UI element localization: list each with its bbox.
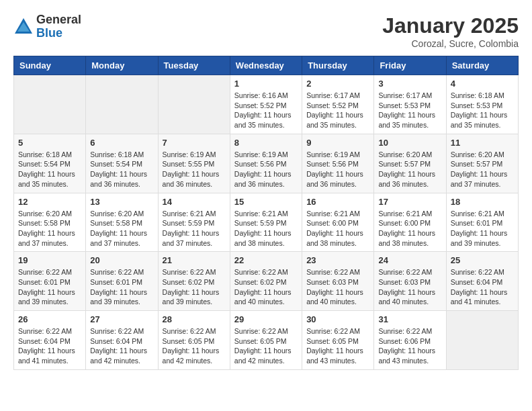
day-number: 24 xyxy=(378,255,441,265)
day-number: 25 xyxy=(451,255,514,265)
day-number: 29 xyxy=(234,314,298,324)
day-number: 21 xyxy=(163,255,226,265)
calendar-cell: 25Sunrise: 6:22 AM Sunset: 6:04 PM Dayli… xyxy=(446,252,518,311)
calendar-week-5: 26Sunrise: 6:22 AM Sunset: 6:04 PM Dayli… xyxy=(14,311,519,370)
day-number: 23 xyxy=(306,255,369,265)
day-number: 15 xyxy=(234,197,298,207)
day-info: Sunrise: 6:22 AM Sunset: 6:03 PM Dayligh… xyxy=(378,267,441,307)
calendar-cell: 14Sunrise: 6:21 AM Sunset: 5:59 PM Dayli… xyxy=(158,193,230,252)
day-number: 11 xyxy=(451,138,514,148)
day-number: 27 xyxy=(90,314,153,324)
day-info: Sunrise: 6:22 AM Sunset: 6:02 PM Dayligh… xyxy=(234,267,298,307)
day-info: Sunrise: 6:21 AM Sunset: 6:00 PM Dayligh… xyxy=(306,209,369,248)
calendar-week-1: 1Sunrise: 6:16 AM Sunset: 5:52 PM Daylig… xyxy=(14,75,519,134)
weekday-header-friday: Friday xyxy=(374,56,446,75)
calendar-cell: 15Sunrise: 6:21 AM Sunset: 5:59 PM Dayli… xyxy=(230,193,302,252)
day-number: 14 xyxy=(163,197,226,207)
day-info: Sunrise: 6:19 AM Sunset: 5:55 PM Dayligh… xyxy=(163,150,226,189)
day-number: 10 xyxy=(378,138,441,148)
calendar-cell: 30Sunrise: 6:22 AM Sunset: 6:05 PM Dayli… xyxy=(302,311,374,370)
day-number: 31 xyxy=(378,314,441,324)
logo-text: General Blue xyxy=(36,13,81,40)
day-number: 9 xyxy=(306,138,369,148)
calendar-cell: 28Sunrise: 6:22 AM Sunset: 6:05 PM Dayli… xyxy=(158,311,230,370)
day-info: Sunrise: 6:22 AM Sunset: 6:01 PM Dayligh… xyxy=(90,267,153,307)
day-number: 1 xyxy=(234,79,298,89)
weekday-header-wednesday: Wednesday xyxy=(230,56,302,75)
day-number: 3 xyxy=(378,79,441,89)
day-info: Sunrise: 6:22 AM Sunset: 6:04 PM Dayligh… xyxy=(90,326,153,366)
calendar-cell xyxy=(446,311,518,370)
calendar-cell: 26Sunrise: 6:22 AM Sunset: 6:04 PM Dayli… xyxy=(14,311,86,370)
weekday-header-tuesday: Tuesday xyxy=(158,56,230,75)
day-number: 28 xyxy=(163,314,226,324)
day-info: Sunrise: 6:16 AM Sunset: 5:52 PM Dayligh… xyxy=(234,91,298,130)
calendar-table: SundayMondayTuesdayWednesdayThursdayFrid… xyxy=(13,56,519,370)
day-number: 12 xyxy=(18,197,81,207)
day-info: Sunrise: 6:21 AM Sunset: 5:59 PM Dayligh… xyxy=(234,209,298,248)
day-info: Sunrise: 6:19 AM Sunset: 5:56 PM Dayligh… xyxy=(306,150,369,189)
calendar-cell: 13Sunrise: 6:20 AM Sunset: 5:58 PM Dayli… xyxy=(86,193,158,252)
calendar-cell: 23Sunrise: 6:22 AM Sunset: 6:03 PM Dayli… xyxy=(302,252,374,311)
calendar-cell: 2Sunrise: 6:17 AM Sunset: 5:52 PM Daylig… xyxy=(302,75,374,134)
day-info: Sunrise: 6:22 AM Sunset: 6:02 PM Dayligh… xyxy=(163,267,226,307)
calendar-cell: 27Sunrise: 6:22 AM Sunset: 6:04 PM Dayli… xyxy=(86,311,158,370)
day-number: 26 xyxy=(18,314,81,324)
day-info: Sunrise: 6:22 AM Sunset: 6:05 PM Dayligh… xyxy=(163,326,226,366)
day-info: Sunrise: 6:18 AM Sunset: 5:53 PM Dayligh… xyxy=(451,91,514,130)
month-title: January 2025 xyxy=(382,13,519,38)
calendar-cell: 11Sunrise: 6:20 AM Sunset: 5:57 PM Dayli… xyxy=(446,134,518,193)
day-info: Sunrise: 6:22 AM Sunset: 6:06 PM Dayligh… xyxy=(378,326,441,366)
calendar-week-2: 5Sunrise: 6:18 AM Sunset: 5:54 PM Daylig… xyxy=(14,134,519,193)
day-info: Sunrise: 6:21 AM Sunset: 6:01 PM Dayligh… xyxy=(451,209,514,248)
calendar-cell: 5Sunrise: 6:18 AM Sunset: 5:54 PM Daylig… xyxy=(14,134,86,193)
weekday-header-row: SundayMondayTuesdayWednesdayThursdayFrid… xyxy=(14,56,519,75)
day-info: Sunrise: 6:22 AM Sunset: 6:05 PM Dayligh… xyxy=(306,326,369,366)
day-number: 5 xyxy=(18,138,81,148)
day-info: Sunrise: 6:21 AM Sunset: 5:59 PM Dayligh… xyxy=(163,209,226,248)
calendar-cell: 6Sunrise: 6:18 AM Sunset: 5:54 PM Daylig… xyxy=(86,134,158,193)
day-info: Sunrise: 6:22 AM Sunset: 6:01 PM Dayligh… xyxy=(18,267,81,307)
calendar-cell xyxy=(158,75,230,134)
day-number: 20 xyxy=(90,255,153,265)
day-info: Sunrise: 6:21 AM Sunset: 6:00 PM Dayligh… xyxy=(378,209,441,248)
day-number: 13 xyxy=(90,197,153,207)
calendar-cell: 21Sunrise: 6:22 AM Sunset: 6:02 PM Dayli… xyxy=(158,252,230,311)
calendar-cell: 9Sunrise: 6:19 AM Sunset: 5:56 PM Daylig… xyxy=(302,134,374,193)
day-number: 4 xyxy=(451,79,514,89)
day-info: Sunrise: 6:20 AM Sunset: 5:57 PM Dayligh… xyxy=(378,150,441,189)
calendar-cell: 12Sunrise: 6:20 AM Sunset: 5:58 PM Dayli… xyxy=(14,193,86,252)
day-info: Sunrise: 6:22 AM Sunset: 6:04 PM Dayligh… xyxy=(18,326,81,366)
day-info: Sunrise: 6:20 AM Sunset: 5:58 PM Dayligh… xyxy=(90,209,153,248)
day-number: 18 xyxy=(451,197,514,207)
calendar-week-4: 19Sunrise: 6:22 AM Sunset: 6:01 PM Dayli… xyxy=(14,252,519,311)
day-number: 7 xyxy=(163,138,226,148)
weekday-header-sunday: Sunday xyxy=(14,56,86,75)
calendar-cell: 18Sunrise: 6:21 AM Sunset: 6:01 PM Dayli… xyxy=(446,193,518,252)
calendar-cell: 19Sunrise: 6:22 AM Sunset: 6:01 PM Dayli… xyxy=(14,252,86,311)
day-number: 8 xyxy=(234,138,298,148)
weekday-header-monday: Monday xyxy=(86,56,158,75)
calendar-cell: 29Sunrise: 6:22 AM Sunset: 6:05 PM Dayli… xyxy=(230,311,302,370)
day-info: Sunrise: 6:17 AM Sunset: 5:53 PM Dayligh… xyxy=(378,91,441,130)
calendar-cell: 10Sunrise: 6:20 AM Sunset: 5:57 PM Dayli… xyxy=(374,134,446,193)
day-number: 30 xyxy=(306,314,369,324)
calendar-cell: 7Sunrise: 6:19 AM Sunset: 5:55 PM Daylig… xyxy=(158,134,230,193)
logo-blue: Blue xyxy=(36,27,81,40)
day-info: Sunrise: 6:20 AM Sunset: 5:58 PM Dayligh… xyxy=(18,209,81,248)
calendar-cell xyxy=(86,75,158,134)
logo-general: General xyxy=(36,13,81,27)
day-number: 16 xyxy=(306,197,369,207)
day-info: Sunrise: 6:18 AM Sunset: 5:54 PM Dayligh… xyxy=(18,150,81,189)
calendar-cell: 31Sunrise: 6:22 AM Sunset: 6:06 PM Dayli… xyxy=(374,311,446,370)
calendar-cell: 4Sunrise: 6:18 AM Sunset: 5:53 PM Daylig… xyxy=(446,75,518,134)
day-info: Sunrise: 6:20 AM Sunset: 5:57 PM Dayligh… xyxy=(451,150,514,189)
weekday-header-thursday: Thursday xyxy=(302,56,374,75)
title-section: January 2025 Corozal, Sucre, Colombia xyxy=(382,13,519,49)
page-header: General Blue January 2025 Corozal, Sucre… xyxy=(13,13,519,49)
logo-icon xyxy=(13,17,34,37)
day-info: Sunrise: 6:22 AM Sunset: 6:05 PM Dayligh… xyxy=(234,326,298,366)
calendar-cell: 8Sunrise: 6:19 AM Sunset: 5:56 PM Daylig… xyxy=(230,134,302,193)
calendar-cell: 16Sunrise: 6:21 AM Sunset: 6:00 PM Dayli… xyxy=(302,193,374,252)
calendar-cell: 22Sunrise: 6:22 AM Sunset: 6:02 PM Dayli… xyxy=(230,252,302,311)
